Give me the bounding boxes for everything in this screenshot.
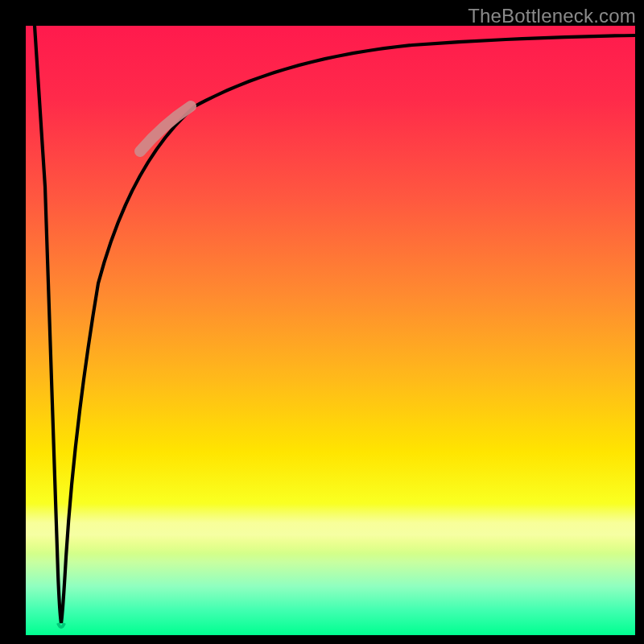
- bottleneck-curve: [26, 26, 635, 635]
- right-frame-border: [635, 26, 644, 635]
- curve-highlight-segment: [140, 106, 191, 151]
- plot-area: [26, 26, 635, 635]
- curve-notch: [58, 623, 64, 627]
- curve-path: [35, 26, 635, 623]
- watermark-text: TheBottleneck.com: [468, 5, 636, 27]
- chart-frame: TheBottleneck.com: [0, 0, 644, 644]
- bottom-frame-border: [26, 635, 635, 644]
